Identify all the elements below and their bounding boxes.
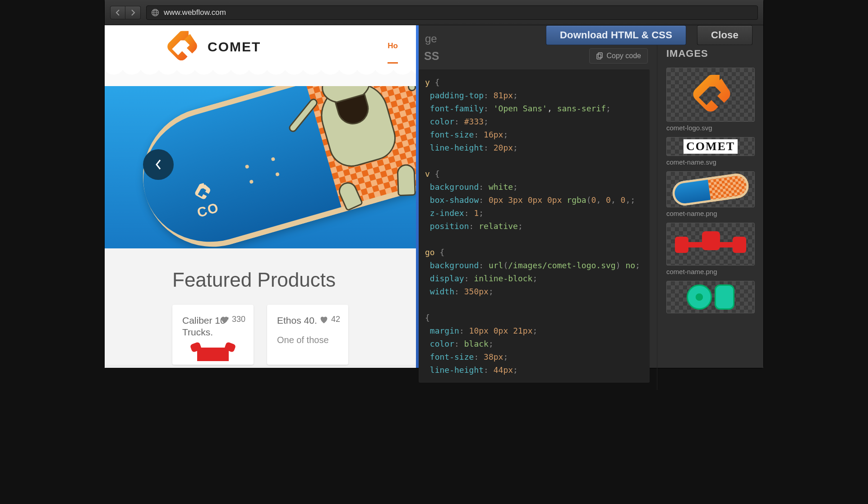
asset-filename: comet-name.png <box>666 268 754 275</box>
wave-divider <box>105 68 416 86</box>
asset-item[interactable]: comet-name.png <box>666 171 754 217</box>
wheels-icon <box>687 284 734 310</box>
featured-heading: Featured Products <box>172 269 348 291</box>
asset-thumb <box>666 281 755 313</box>
featured-section: Featured Products 330 Caliber 10" Trucks… <box>105 248 416 365</box>
images-sidebar: IMAGES comet-logo.svg COMET <box>657 45 763 390</box>
globe-icon <box>151 9 159 17</box>
css-code-editor[interactable]: y { padding-top: 81px; font-family: 'Ope… <box>419 69 650 383</box>
asset-thumb <box>666 68 755 122</box>
asset-filename: comet-logo.svg <box>666 124 754 132</box>
asset-item[interactable]: comet-logo.svg <box>666 68 754 132</box>
asset-thumb: COMET <box>666 137 755 156</box>
code-pane: SS Copy code y { padding-top: 81px; font… <box>419 45 657 390</box>
comet-logo-icon <box>163 29 199 65</box>
copy-icon <box>596 52 603 60</box>
asset-thumb <box>666 171 755 207</box>
asset-item[interactable]: comet-name.png <box>666 223 754 275</box>
export-panel: ge Download HTML & CSS Close SS Copy cod… <box>419 25 763 368</box>
like-count[interactable]: 42 <box>319 315 340 324</box>
brand-wordmark: COMET <box>208 39 261 55</box>
comet-logo-icon <box>686 72 735 117</box>
address-bar[interactable]: www.webflow.com <box>146 5 758 20</box>
nav-buttons <box>110 6 141 19</box>
trucks-icon <box>677 229 744 260</box>
brand: COMET <box>163 29 261 65</box>
product-card[interactable]: 42 Ethos 40. One of those <box>267 305 348 365</box>
nav-home-link[interactable]: Ho <box>388 41 398 64</box>
panel-title-fragment: ge <box>425 32 437 45</box>
carousel-prev-button[interactable] <box>143 149 174 180</box>
chevron-left-icon <box>155 159 162 170</box>
site-preview: COMET Ho CO <box>105 25 416 368</box>
comet-wordmark-icon: COMET <box>683 139 738 154</box>
copy-code-button[interactable]: Copy code <box>589 48 648 64</box>
hero-carousel: CO <box>105 86 416 248</box>
close-button[interactable]: Close <box>697 25 753 45</box>
like-count[interactable]: 330 <box>220 315 245 324</box>
download-button[interactable]: Download HTML & CSS <box>546 25 686 45</box>
svg-rect-3 <box>598 53 602 58</box>
chevron-left-icon <box>115 9 120 16</box>
code-tab-label: SS <box>424 50 439 63</box>
asset-item[interactable] <box>666 281 754 316</box>
nav-forward-button[interactable] <box>125 6 141 19</box>
chevron-right-icon <box>131 9 135 16</box>
skateboard-icon <box>671 172 750 207</box>
export-header: Download HTML & CSS Close <box>419 25 763 45</box>
product-thumb <box>182 348 244 361</box>
address-url: www.webflow.com <box>164 8 226 17</box>
product-blurb: One of those <box>277 334 338 346</box>
asset-filename: comet-name.png <box>666 210 754 217</box>
site-header: COMET Ho <box>105 25 416 68</box>
asset-item[interactable]: COMET comet-name.svg <box>666 137 754 166</box>
asset-thumb <box>666 223 755 266</box>
asset-filename: comet-name.svg <box>666 158 754 166</box>
nav-back-button[interactable] <box>110 6 125 19</box>
images-heading: IMAGES <box>666 48 754 60</box>
product-card[interactable]: 330 Caliber 10" Trucks. <box>172 305 254 365</box>
browser-chrome: www.webflow.com <box>105 0 763 25</box>
webflow-export-window: www.webflow.com COMET Ho <box>105 0 763 368</box>
svg-rect-2 <box>597 54 601 59</box>
product-row: 330 Caliber 10" Trucks. 42 Ethos 40. One… <box>172 305 348 365</box>
heart-icon <box>319 316 328 324</box>
heart-icon <box>220 316 229 324</box>
